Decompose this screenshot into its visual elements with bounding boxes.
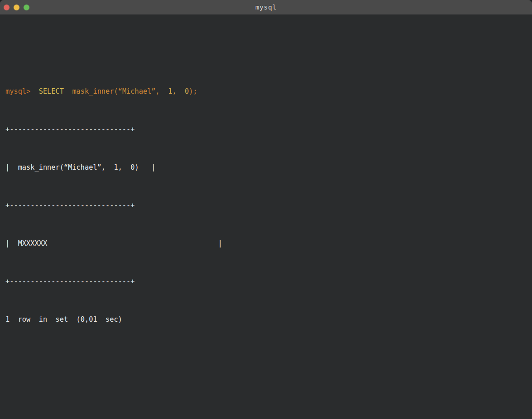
status-line: 1 row in set (0,01 sec): [5, 313, 527, 326]
table-border-bottom: +-----------------------------+: [5, 275, 527, 288]
minimize-button[interactable]: [14, 5, 19, 10]
table-border-mid: +-----------------------------+: [5, 199, 527, 212]
blank-line: [5, 351, 527, 364]
table-data-row: | MXXXXXX |: [5, 237, 527, 250]
table-border-top: +-----------------------------+: [5, 123, 527, 136]
query-block-1: mysql> SELECT mask_inner(“Michael”, 1, 0…: [5, 60, 527, 389]
terminal-window: mysql mysql> SELECT mask_inner(“Michael”…: [0, 0, 532, 419]
terminal-content[interactable]: mysql> SELECT mask_inner(“Michael”, 1, 0…: [0, 14, 532, 419]
traffic-light-buttons: [4, 0, 29, 14]
close-button[interactable]: [4, 5, 10, 10]
window-title: mysql: [255, 4, 277, 11]
zoom-button[interactable]: [24, 5, 29, 10]
command-line: mysql> SELECT mask_inner(“Michael”, 1, 0…: [5, 85, 527, 98]
window-titlebar: mysql: [0, 0, 532, 14]
table-header-row: | mask_inner(“Michael”, 1, 0) |: [5, 161, 527, 174]
